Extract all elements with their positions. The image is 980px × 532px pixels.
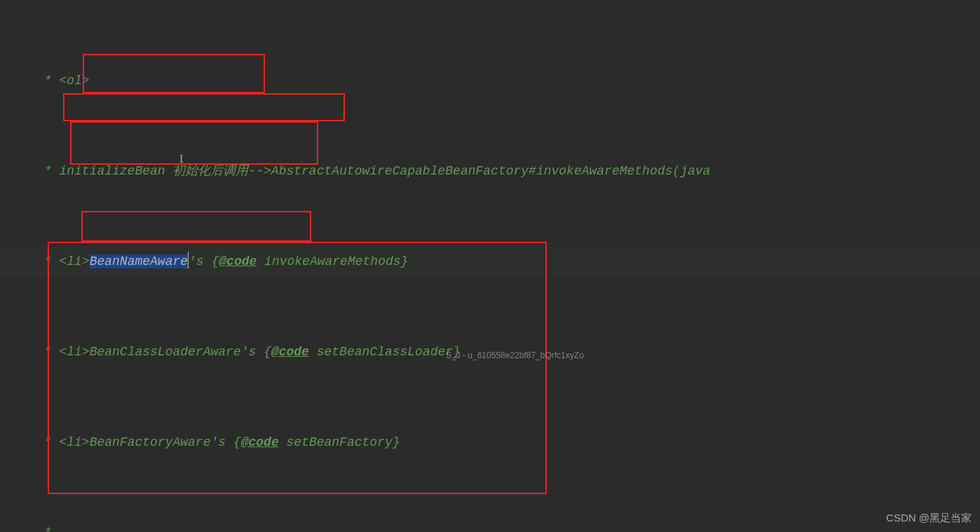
comment-prefix: * bbox=[36, 74, 59, 88]
comment-text: setBeanClassLoader} bbox=[309, 345, 461, 359]
selected-text: BeanNameAware bbox=[90, 254, 188, 268]
comment-text: initializeBean 初始化后调用-->AbstractAutowire… bbox=[59, 164, 710, 178]
comment-prefix: * bbox=[36, 435, 59, 449]
li-tag: <li> bbox=[59, 435, 89, 449]
comment-text: setBeanFactory} bbox=[279, 435, 400, 449]
comment-prefix: * bbox=[36, 254, 59, 268]
code-line-active[interactable]: * <li>BeanNameAware's {@code invokeAware… bbox=[0, 247, 980, 277]
comment-text: BeanFactoryAware's { bbox=[90, 435, 241, 449]
csdn-watermark: CSDN @黑足当家 bbox=[886, 512, 972, 525]
comment-text: 's { bbox=[189, 254, 219, 268]
li-tag: <li> bbox=[59, 254, 89, 268]
code-line[interactable]: * <ol> bbox=[0, 66, 980, 96]
code-tag: @code bbox=[219, 254, 257, 268]
code-editor[interactable]: * <ol> * initializeBean 初始化后调用-->Abstrac… bbox=[0, 0, 980, 532]
text-caret bbox=[188, 252, 189, 268]
comment-text: <ol> bbox=[59, 74, 89, 88]
code-line[interactable]: * bbox=[0, 518, 980, 532]
text-cursor-icon: I bbox=[179, 153, 183, 165]
code-tag: @code bbox=[271, 345, 309, 359]
comment-text: invokeAwareMethods} bbox=[257, 254, 408, 268]
comment-prefix: * bbox=[36, 345, 59, 359]
comment-prefix: * bbox=[36, 164, 59, 178]
comment-prefix: * bbox=[36, 526, 52, 532]
li-tag: <li> bbox=[59, 345, 89, 359]
watermark: S_J - u_610558e22bf87_bQrfc1xyZo bbox=[446, 350, 584, 360]
comment-text: BeanClassLoaderAware's { bbox=[90, 345, 271, 359]
code-tag: @code bbox=[241, 435, 279, 449]
code-line[interactable]: * <li>BeanFactoryAware's {@code setBeanF… bbox=[0, 428, 980, 458]
code-line[interactable]: * initializeBean 初始化后调用-->AbstractAutowi… bbox=[0, 156, 980, 186]
